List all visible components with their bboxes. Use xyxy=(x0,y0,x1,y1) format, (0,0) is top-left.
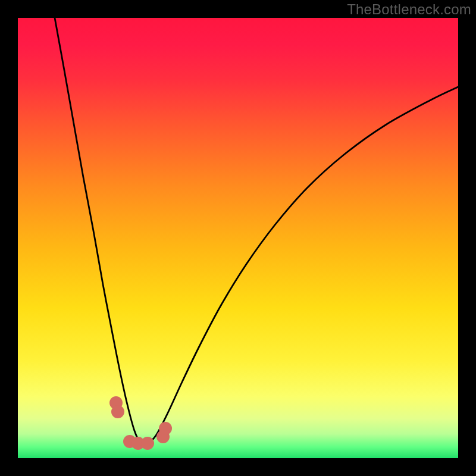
chart-svg xyxy=(18,18,458,458)
watermark-text: TheBottleneck.com xyxy=(347,1,471,18)
data-marker xyxy=(141,437,154,450)
data-marker xyxy=(111,405,124,418)
data-marker xyxy=(159,422,172,435)
gradient-background xyxy=(18,18,458,458)
outer-frame: TheBottleneck.com xyxy=(0,0,476,476)
plot-area xyxy=(18,18,458,458)
